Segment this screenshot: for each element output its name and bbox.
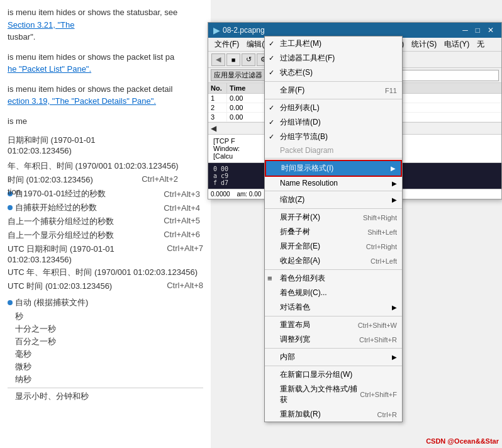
toolbar-restart[interactable]: ↺	[242, 53, 255, 66]
prev-displayed-label: 自上一个显示分组经过的秒数	[8, 230, 114, 241]
prev-packet-label: 自上一个捕获分组经过的秒数	[8, 216, 114, 227]
menu-reload[interactable]: 重新加载(R) Ctrl+R	[265, 407, 402, 422]
prev-displayed-shortcut: Ctrl+Alt+6	[164, 230, 200, 241]
menu-colorize-rules[interactable]: 着色规则(C)...	[265, 286, 402, 300]
blue-dot-auto	[8, 300, 13, 305]
menu-phone[interactable]: 电话(Y)	[440, 38, 473, 51]
display-hms-label: 显示小时、分钟和秒	[15, 391, 89, 401]
view-menu: ✓ 主工具栏(M) ✓ 过滤器工具栏(F) ✓ 状态栏(S) 全屏(F) F11…	[264, 36, 403, 422]
utc-time-label: UTC 时间 (01:02:03.123456)	[8, 281, 112, 292]
expand-all-shortcut: Ctrl+Right	[366, 243, 397, 250]
colorize-list-label: 着色分组列表	[280, 273, 325, 284]
toolbar-back[interactable]: ◀	[211, 53, 225, 66]
collapse-subtrees-label: 折叠子树	[280, 227, 310, 237]
check-filter-toolbar: ✓	[269, 54, 274, 62]
menu-new-window[interactable]: 在新窗口显示分组(W)	[265, 367, 402, 382]
menu-collapse-subtrees[interactable]: 折叠子树 Shift+Left	[265, 225, 402, 239]
colorize-conversation-label: 对话着色	[280, 302, 310, 313]
seconds-since-1970-label: 自1970-01-01经过的秒数	[15, 188, 106, 199]
sep-6	[265, 269, 402, 270]
sep-4	[265, 191, 402, 191]
sep-1	[265, 81, 402, 82]
close-btn[interactable]: ✕	[485, 26, 496, 35]
seconds-label: 秒	[15, 311, 23, 321]
minimize-btn[interactable]: ─	[460, 26, 471, 35]
menu-packet-list[interactable]: ✓ 分组列表(L)	[265, 101, 402, 115]
collapse-all-shortcut: Ctrl+Left	[371, 257, 397, 265]
menu-reset-layout[interactable]: 重置布局 Ctrl+Shift+W	[265, 318, 402, 332]
menu-resize-columns[interactable]: 调整列宽 Ctrl+Shift+R	[265, 332, 402, 347]
packet-no-1: 1	[208, 94, 227, 103]
title-icon: ▶	[213, 25, 220, 35]
menu-colorize-list[interactable]: ≡ 着色分组列表	[265, 271, 402, 286]
link-3[interactable]: ection 3.19, "The "Packet Details" Pane"…	[8, 96, 156, 106]
packet-diagram-label: Packet Diagram	[280, 146, 333, 155]
menu-name-resolution[interactable]: Name Resolution ▶	[265, 177, 402, 189]
menu-collapse-all[interactable]: 收起全部(A) Ctrl+Left	[265, 254, 402, 268]
menu-packet-diagram: Packet Diagram	[265, 144, 402, 157]
packet-bytes-label: 分组字节流(B)	[280, 132, 328, 142]
menu-expand-all[interactable]: 展开全部(E) Ctrl+Right	[265, 239, 402, 254]
hundredth-label: 百分之一秒	[15, 337, 56, 346]
name-resolution-label: Name Resolution	[280, 179, 338, 188]
collapse-all-label: 收起全部(A)	[280, 255, 320, 266]
utc-time-shortcut: Ctrl+Alt+8	[167, 281, 203, 292]
menu-fullscreen[interactable]: 全屏(F) F11	[265, 83, 402, 98]
para-1: is menu item hides or shows the statusba…	[8, 6, 203, 43]
check-main-toolbar: ✓	[269, 40, 274, 48]
menu-more[interactable]: 无	[473, 38, 488, 51]
main-toolbar-label: 主工具栏(M)	[280, 38, 321, 49]
expand-all-label: 展开全部(E)	[280, 241, 320, 252]
reload-file-label: 重新载入为文件格式/捕获	[280, 384, 360, 405]
csdn-text: CSDN @Ocean&&Star	[426, 437, 499, 445]
check-statusbar: ✓	[269, 69, 274, 77]
utc-year-day-label: UTC 年、年积日、时间 (1970/001 01:02:03.123456)	[8, 267, 198, 277]
menu-internals[interactable]: 内部 ▶	[265, 350, 402, 364]
menu-zoom[interactable]: 缩放(Z) ▶	[265, 193, 402, 207]
capture-start-label: 自捕获开始经过的秒数	[15, 202, 97, 213]
reload-file-shortcut: Ctrl+Shift+F	[360, 391, 397, 398]
millisecond-label: 毫秒	[15, 349, 31, 359]
tenth-label: 十分之一秒	[15, 324, 56, 333]
menu-filter-toolbar[interactable]: ✓ 过滤器工具栏(F)	[265, 51, 402, 65]
menu-main-toolbar[interactable]: ✓ 主工具栏(M)	[265, 36, 402, 51]
para-2: is menu item hides or shows the packet l…	[8, 51, 203, 76]
filter-label[interactable]: 应用显示过滤器	[211, 69, 265, 81]
link-1[interactable]: Section 3.21, "The	[8, 20, 75, 30]
reload-shortcut: Ctrl+R	[377, 411, 397, 418]
menu-packet-bytes[interactable]: ✓ 分组字节流(B)	[265, 130, 402, 144]
menu-time-display[interactable]: 时间显示格式(I) ▶	[265, 160, 402, 177]
menu-colorize-conversation[interactable]: 对话着色 ▶	[265, 300, 402, 315]
zoom-label: 缩放(Z)	[280, 194, 304, 205]
csdn-watermark: CSDN @Ocean&&Star	[426, 437, 499, 445]
menu-file[interactable]: 文件(F)	[211, 38, 243, 51]
microsecond-label: 微秒	[15, 362, 31, 371]
left-panel: is menu item hides or shows the statusba…	[0, 0, 211, 448]
blue-dot-2	[8, 205, 13, 210]
check-packet-list: ✓	[269, 104, 274, 112]
date-time-label: 日期和时间 (1970-01-01 01:02:03.123456)	[8, 135, 159, 155]
colorize-conversation-arrow: ▶	[392, 304, 397, 311]
internals-arrow: ▶	[392, 354, 397, 361]
colorize-rules-label: 着色规则(C)...	[280, 288, 327, 298]
collapse-subtrees-shortcut: Shift+Left	[367, 228, 397, 236]
menu-stats[interactable]: 统计(S)	[408, 38, 440, 51]
fullscreen-label: 全屏(F)	[280, 85, 304, 96]
time-display-label: 时间显示格式(I)	[281, 163, 333, 174]
menu-packet-details[interactable]: ✓ 分组详情(D)	[265, 115, 402, 130]
link-2[interactable]: he "Packet List" Pane".	[8, 64, 91, 74]
utc-datetime-shortcut: Ctrl+Alt+7	[167, 244, 203, 264]
menu-reload-file[interactable]: 重新载入为文件格式/捕获 Ctrl+Shift+F	[265, 382, 402, 407]
packet-list-label: 分组列表(L)	[280, 103, 320, 113]
toolbar-stop[interactable]: ■	[226, 53, 240, 66]
name-resolution-arrow: ▶	[392, 180, 397, 187]
sep-8	[265, 348, 402, 349]
maximize-btn[interactable]: □	[473, 26, 482, 35]
menu-expand-subtrees[interactable]: 展开子树(X) Shift+Right	[265, 210, 402, 225]
resize-columns-shortcut: Ctrl+Shift+R	[359, 336, 397, 344]
time-display-arrow: ▶	[391, 165, 396, 172]
reload-label: 重新加载(R)	[280, 409, 321, 420]
menu-statusbar[interactable]: ✓ 状态栏(S)	[265, 65, 402, 80]
window-title: 08-2.pcapng	[223, 26, 265, 35]
time-shortcut: Ctrl+Alt+2	[142, 174, 178, 186]
